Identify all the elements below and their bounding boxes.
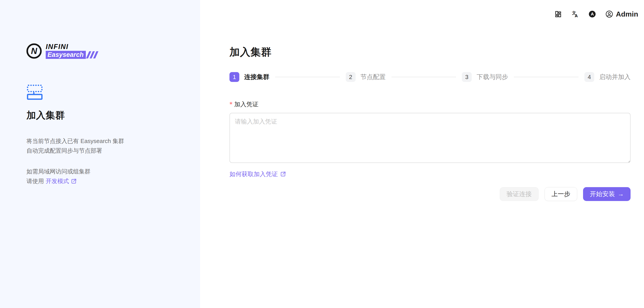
topbar: 文 A A Admin: [200, 0, 644, 20]
step-label: 节点配置: [360, 73, 386, 81]
credential-label-text: 加入凭证: [234, 100, 258, 108]
step-badge: 4: [584, 72, 594, 82]
sidebar-description-line: 将当前节点接入已有 Easysearch 集群: [26, 136, 182, 146]
step-badge: 1: [230, 72, 239, 82]
brand-slashes-icon: [88, 51, 97, 58]
brand-logo: N INFINI Easysearch: [26, 43, 182, 59]
step-connector: [275, 77, 340, 77]
logo-letter: N: [31, 46, 37, 56]
sidebar-description-line: 自动完成配置同步与节点部署: [26, 146, 182, 156]
wizard-steps: 1 连接集群 2 节点配置 3 下载与同步 4 启动并加入: [230, 72, 630, 82]
user-menu[interactable]: Admin: [606, 10, 638, 18]
brand-product-row: Easysearch: [46, 51, 97, 59]
verify-connection-button[interactable]: 验证连接: [500, 187, 539, 201]
avatar-letter: A: [591, 12, 594, 16]
step-item-start-join: 4 启动并加入: [584, 72, 630, 82]
wizard-actions: 验证连接 上一步 开始安装 →: [230, 187, 630, 201]
step-label: 启动并加入: [599, 73, 630, 81]
dev-mode-line: 请使用 开发模式: [26, 176, 182, 186]
translate-icon[interactable]: 文 A: [572, 10, 579, 18]
step-item-download-sync: 3 下载与同步: [462, 72, 508, 82]
join-cluster-icon: [26, 84, 182, 100]
start-install-button[interactable]: 开始安装 →: [583, 187, 630, 201]
brand-name: INFINI: [46, 43, 68, 50]
previous-step-button[interactable]: 上一步: [544, 187, 577, 201]
sidebar-title: 加入集群: [26, 109, 182, 122]
dev-mode-link[interactable]: 开发模式: [46, 176, 77, 186]
step-connector: [392, 77, 456, 77]
required-asterisk: *: [230, 101, 232, 108]
credential-textarea[interactable]: [230, 113, 630, 163]
brand-product: Easysearch: [46, 51, 86, 59]
main-panel: 文 A A Admin 加入集群 1 连接集群 2 节点配置: [200, 0, 644, 308]
brand-text: INFINI Easysearch: [46, 43, 97, 59]
sidebar-description: 将当前节点接入已有 Easysearch 集群 自动完成配置同步与节点部署: [26, 136, 182, 156]
arrow-right-icon: →: [618, 191, 624, 197]
start-install-label: 开始安装: [590, 190, 615, 198]
step-item-connect: 1 连接集群: [230, 72, 269, 82]
dev-mode-link-label: 开发模式: [46, 176, 69, 186]
step-connector: [514, 77, 578, 77]
infini-logo-mark-icon: N: [26, 43, 42, 59]
hint-prefix: 请使用: [26, 176, 44, 186]
step-item-node-config: 2 节点配置: [346, 72, 386, 82]
wizard-content: 加入集群 1 连接集群 2 节点配置 3 下载与同步 4 启动并加入 *: [200, 20, 644, 201]
sidebar-hint: 如需局域网访问或组集群 请使用 开发模式: [26, 167, 182, 186]
credential-help-link-label: 如何获取加入凭证: [230, 170, 278, 178]
user-name: Admin: [616, 10, 638, 18]
step-badge: 2: [346, 72, 356, 82]
letter-avatar[interactable]: A: [589, 11, 596, 17]
svg-text:A: A: [575, 14, 578, 18]
credential-help-link[interactable]: 如何获取加入凭证: [230, 170, 286, 178]
step-label: 下载与同步: [476, 73, 508, 81]
sidebar-hint-line: 如需局域网访问或组集群: [26, 167, 182, 176]
user-circle-icon: [606, 10, 613, 18]
step-label: 连接集群: [244, 73, 269, 81]
external-link-icon: [71, 178, 77, 184]
credential-label: * 加入凭证: [230, 100, 630, 108]
sidebar: N INFINI Easysearch 加入集群 将当前节点接入已有 Easys…: [0, 0, 200, 308]
page-title: 加入集群: [230, 45, 630, 59]
step-badge: 3: [462, 72, 472, 82]
apps-grid-icon[interactable]: [555, 11, 562, 17]
external-link-icon: [280, 171, 286, 177]
